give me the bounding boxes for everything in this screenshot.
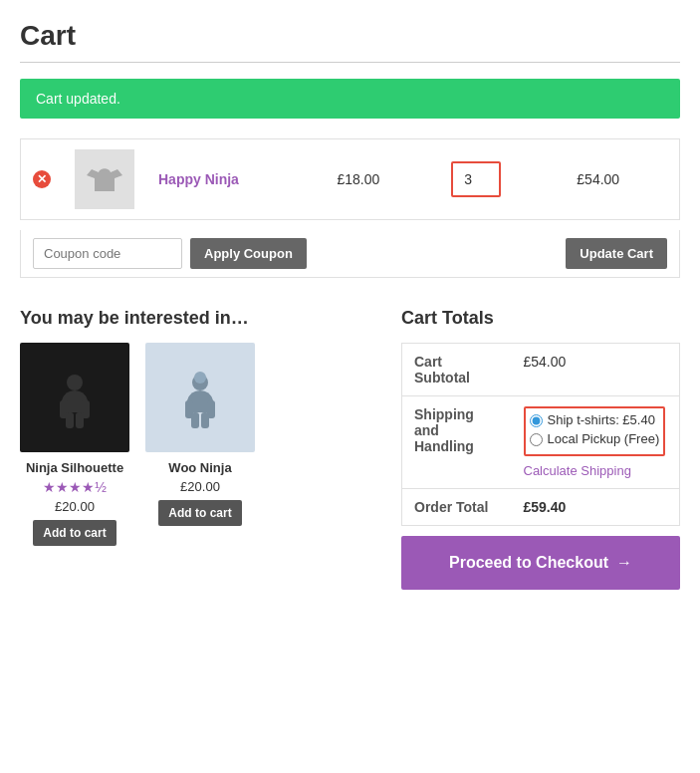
- shipping-option-2: Local Pickup (Free): [530, 431, 660, 446]
- cart-totals-section: Cart Totals Cart Subtotal £54.00 Shippin…: [401, 308, 680, 590]
- svg-rect-11: [201, 412, 209, 428]
- product-price-1: £20.00: [55, 499, 95, 514]
- product-card-name-1: Ninja Silhouette: [26, 460, 123, 475]
- quantity-input[interactable]: [451, 161, 501, 197]
- product-thumbnail-2: [145, 343, 255, 452]
- woo-ninja-icon: [165, 363, 235, 432]
- coupon-left: Apply Coupon: [33, 238, 307, 269]
- table-row: ✕ Happy Ninja £18.00 £54.00: [21, 139, 680, 220]
- product-cards: Ninja Silhouette ★★★★½ £20.00 Add to car…: [20, 343, 381, 546]
- shipping-option-1: Ship t-shirts: £5.40: [530, 412, 660, 427]
- apply-coupon-button[interactable]: Apply Coupon: [190, 238, 307, 269]
- tshirt-icon: [87, 161, 122, 197]
- shipping-row: Shipping and Handling Ship t-shirts: £5.…: [402, 396, 680, 489]
- product-thumbnail-1: [20, 343, 129, 452]
- product-price: £18.00: [325, 139, 438, 220]
- shipping-label: Shipping and Handling: [402, 396, 512, 489]
- shipping-radio-1[interactable]: [530, 414, 543, 427]
- proceed-to-checkout-button[interactable]: Proceed to Checkout →: [401, 536, 680, 590]
- bottom-row: You may be interested in… Ninj: [20, 308, 680, 590]
- subtotal-row: Cart Subtotal £54.00: [402, 344, 680, 396]
- coupon-input[interactable]: [33, 238, 182, 269]
- cart-totals-title: Cart Totals: [401, 308, 680, 329]
- product-stars-1: ★★★★½: [43, 479, 107, 495]
- calculate-shipping-link[interactable]: Calculate Shipping: [524, 463, 631, 478]
- page-title: Cart: [20, 20, 680, 52]
- svg-rect-5: [76, 412, 84, 428]
- product-thumbnail: [75, 149, 134, 209]
- interested-section: You may be interested in… Ninj: [20, 308, 381, 546]
- product-name[interactable]: Happy Ninja: [158, 171, 239, 187]
- interested-title: You may be interested in…: [20, 308, 381, 329]
- product-card: Ninja Silhouette ★★★★½ £20.00 Add to car…: [20, 343, 129, 546]
- shipping-radio-2[interactable]: [530, 433, 543, 446]
- shipping-label-2: Local Pickup (Free): [548, 431, 660, 446]
- banner-message: Cart updated.: [36, 91, 120, 107]
- checkout-label: Proceed to Checkout: [449, 554, 608, 572]
- totals-table: Cart Subtotal £54.00 Shipping and Handli…: [401, 343, 680, 526]
- product-card-2: Woo Ninja £20.00 Add to cart: [145, 343, 255, 546]
- order-total-value: £59.40: [512, 489, 680, 526]
- subtotal-label: Cart Subtotal: [402, 344, 512, 396]
- shipping-box: Ship t-shirts: £5.40 Local Pickup (Free): [524, 406, 666, 456]
- product-price-2: £20.00: [180, 479, 220, 494]
- product-card-name-2: Woo Ninja: [168, 460, 231, 475]
- product-total: £54.00: [565, 139, 679, 220]
- svg-rect-10: [191, 412, 199, 428]
- subtotal-value: £54.00: [512, 344, 680, 396]
- checkout-arrow: →: [616, 554, 632, 572]
- cart-updated-banner: Cart updated.: [20, 79, 680, 119]
- shipping-options: Ship t-shirts: £5.40 Local Pickup (Free)…: [512, 396, 680, 489]
- ninja-silhouette-icon: [40, 363, 110, 432]
- cart-table: ✕ Happy Ninja £18.00 £54.00: [20, 138, 680, 220]
- svg-rect-4: [66, 412, 74, 428]
- order-total-label: Order Total: [402, 489, 512, 526]
- order-total-row: Order Total £59.40: [402, 489, 680, 526]
- add-to-cart-button-1[interactable]: Add to cart: [33, 520, 116, 546]
- coupon-row: Apply Coupon Update Cart: [20, 230, 680, 278]
- svg-point-12: [194, 372, 206, 384]
- svg-point-1: [67, 375, 83, 390]
- update-cart-button[interactable]: Update Cart: [566, 238, 667, 269]
- add-to-cart-button-2[interactable]: Add to cart: [158, 500, 241, 526]
- title-divider: [20, 62, 680, 63]
- remove-item-button[interactable]: ✕: [33, 170, 51, 188]
- shipping-label-1: Ship t-shirts: £5.40: [548, 412, 655, 427]
